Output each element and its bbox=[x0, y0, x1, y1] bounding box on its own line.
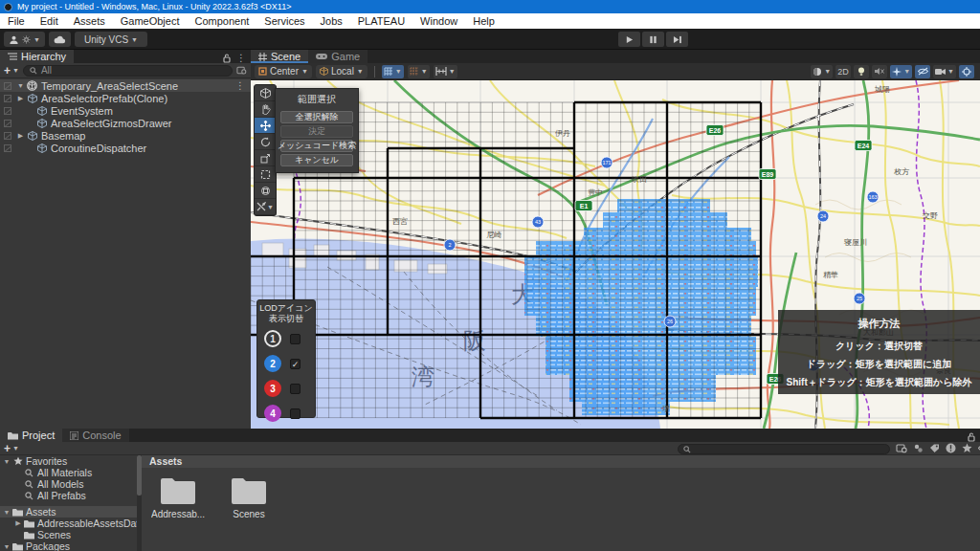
visibility-toggle[interactable] bbox=[0, 120, 15, 127]
range-menu-button[interactable]: キャンセル bbox=[280, 154, 353, 166]
scale-tool[interactable] bbox=[255, 150, 276, 166]
menu-file[interactable]: File bbox=[0, 13, 33, 29]
area-select-tool[interactable] bbox=[255, 85, 276, 101]
chevron-down-icon: ▼ bbox=[947, 68, 954, 75]
menu-assets[interactable]: Assets bbox=[66, 13, 113, 29]
view-tool[interactable] bbox=[255, 101, 276, 118]
rotate-tool[interactable] bbox=[255, 134, 276, 150]
lod-checkbox[interactable]: ✓ bbox=[290, 359, 301, 369]
tab-game[interactable]: Game bbox=[308, 50, 368, 63]
expand-arrow-icon[interactable]: ▼ bbox=[15, 82, 26, 89]
custom-tool[interactable]: ▼ bbox=[255, 199, 276, 215]
project-tree-item[interactable]: Scenes bbox=[0, 529, 137, 540]
favorites-star-icon[interactable] bbox=[962, 443, 972, 453]
version-control-button[interactable]: Unity VCS ▼ bbox=[75, 32, 147, 47]
lod-checkbox[interactable] bbox=[290, 384, 301, 394]
hidden-packages-icon[interactable] bbox=[946, 443, 956, 453]
visibility-toggle[interactable] bbox=[0, 82, 15, 90]
visibility-toggle[interactable] bbox=[0, 144, 15, 152]
move-tool[interactable] bbox=[255, 118, 276, 134]
lighting-toggle-button[interactable] bbox=[854, 65, 869, 78]
expand-arrow-icon[interactable]: ▶ bbox=[13, 519, 23, 527]
hierarchy-row[interactable]: ▶Basemap bbox=[0, 129, 251, 142]
project-tree-item[interactable]: All Models bbox=[0, 478, 137, 490]
expressway-shield-label: E26 bbox=[709, 127, 722, 134]
tab-project[interactable]: Project bbox=[0, 429, 62, 442]
pivot-mode-button[interactable]: Center ▼ bbox=[255, 65, 312, 78]
account-button[interactable]: ▼ bbox=[4, 32, 45, 47]
tab-console[interactable]: Console bbox=[62, 429, 128, 442]
step-button[interactable] bbox=[666, 32, 688, 47]
effects-toggle-button[interactable]: ▼ bbox=[890, 65, 912, 78]
row-menu-icon[interactable]: ⋮ bbox=[235, 80, 251, 91]
expand-arrow-icon[interactable]: ▶ bbox=[15, 95, 26, 102]
menu-help[interactable]: Help bbox=[465, 13, 502, 29]
lock-icon[interactable] bbox=[968, 432, 975, 442]
camera-settings-button[interactable]: ▼ bbox=[933, 65, 956, 78]
create-asset-button[interactable]: +▼ bbox=[4, 442, 19, 455]
visibility-toggle[interactable] bbox=[0, 107, 15, 115]
expand-arrow-icon[interactable]: ▼ bbox=[2, 509, 11, 516]
tab-hierarchy[interactable]: Hierarchy bbox=[0, 50, 74, 63]
transform-tool[interactable] bbox=[255, 183, 276, 199]
pause-button[interactable] bbox=[642, 32, 664, 47]
asset-folder[interactable]: Addressab... bbox=[153, 476, 203, 519]
create-object-button[interactable]: +▼ bbox=[4, 64, 19, 77]
project-tree-item[interactable]: All Materials bbox=[0, 467, 137, 478]
project-tree-item[interactable]: ▼Packages bbox=[0, 540, 137, 551]
lod-checkbox[interactable] bbox=[290, 408, 301, 419]
grid-snap-button[interactable]: ▼ bbox=[382, 65, 404, 78]
scene-visibility-button[interactable] bbox=[915, 65, 930, 78]
hierarchy-row[interactable]: ▶AreaSelectorPrefab(Clone) bbox=[0, 92, 251, 104]
range-menu-button[interactable]: メッシュコード検索 bbox=[280, 140, 353, 152]
menu-gameobject[interactable]: GameObject bbox=[113, 13, 188, 29]
asset-folder[interactable]: Scenes bbox=[224, 476, 274, 519]
menu-window[interactable]: Window bbox=[412, 13, 465, 29]
label-tag-icon[interactable] bbox=[929, 444, 940, 453]
expand-arrow-icon[interactable]: ▶ bbox=[15, 132, 26, 140]
folder-large-icon bbox=[160, 476, 196, 505]
hierarchy-row[interactable]: CoroutineDispatcher bbox=[0, 142, 251, 154]
project-tree-item[interactable]: ▶AddressableAssetsData bbox=[0, 518, 137, 529]
filter-type-icon[interactable] bbox=[913, 444, 924, 453]
step-icon bbox=[673, 35, 682, 44]
project-tree-item[interactable]: ▼Assets bbox=[0, 506, 137, 518]
menu-edit[interactable]: Edit bbox=[33, 13, 66, 29]
lod-checkbox[interactable] bbox=[290, 334, 301, 344]
grid-visibility-button[interactable]: ▼ bbox=[408, 65, 430, 78]
chevron-down-icon: ▼ bbox=[33, 36, 40, 43]
lod-row: 3 bbox=[257, 374, 315, 399]
shading-mode-button[interactable]: ▼ bbox=[811, 65, 833, 78]
project-search-input[interactable] bbox=[678, 444, 890, 454]
cloud-button[interactable] bbox=[49, 32, 71, 47]
audio-toggle-button[interactable] bbox=[872, 65, 887, 78]
search-scope-icon[interactable] bbox=[236, 66, 247, 75]
menu-jobs[interactable]: Jobs bbox=[313, 13, 350, 29]
expand-arrow-icon[interactable]: ▼ bbox=[2, 458, 11, 465]
search-scope-icon[interactable] bbox=[896, 444, 907, 453]
tab-scene[interactable]: Scene bbox=[251, 50, 308, 63]
rect-tool[interactable] bbox=[255, 166, 276, 183]
lock-icon[interactable] bbox=[223, 54, 231, 63]
range-menu-button[interactable]: 全選択解除 bbox=[280, 111, 353, 123]
hierarchy-row[interactable]: ▼Temporary_AreaSelectScene⋮ bbox=[0, 79, 251, 92]
snap-increment-button[interactable]: ▼ bbox=[434, 65, 457, 78]
visibility-toggle[interactable] bbox=[0, 132, 15, 140]
gizmos-button[interactable] bbox=[959, 65, 974, 78]
chevron-down-icon: ▼ bbox=[267, 204, 274, 210]
hierarchy-row[interactable]: EventSystem bbox=[0, 104, 251, 117]
play-button[interactable] bbox=[618, 32, 640, 47]
visibility-toggle[interactable] bbox=[0, 95, 15, 102]
menu-plateau[interactable]: PLATEAU bbox=[350, 13, 412, 29]
menu-services[interactable]: Services bbox=[256, 13, 312, 29]
project-tree-item[interactable]: All Prefabs bbox=[0, 490, 137, 501]
lod-level-badge: 4 bbox=[264, 405, 281, 422]
hierarchy-search-input[interactable]: All bbox=[23, 65, 233, 77]
project-tree-item[interactable]: ▼Favorites bbox=[0, 455, 137, 467]
2d-mode-button[interactable]: 2D bbox=[835, 65, 851, 78]
handle-space-button[interactable]: Local ▼ bbox=[316, 65, 368, 78]
expand-arrow-icon[interactable]: ▼ bbox=[2, 543, 11, 550]
menu-component[interactable]: Component bbox=[187, 13, 256, 29]
hierarchy-row[interactable]: AreaSelectGizmosDrawer bbox=[0, 117, 251, 129]
panel-menu-icon[interactable]: ⋮ bbox=[236, 53, 246, 63]
